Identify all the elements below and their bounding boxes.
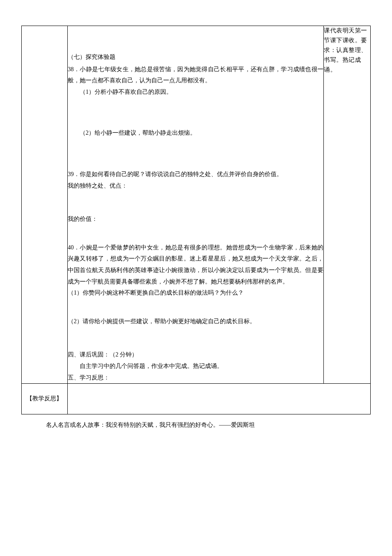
sidebar-note: 课代表明天第一节课下课收。要求：认真整理、书写。熟记成诵。 [324, 26, 370, 75]
q39-line2: 我的价值： [68, 214, 323, 225]
section7-heading: （七）探究体验题 [68, 52, 323, 63]
reflection-content-cell [67, 384, 370, 414]
reflection-label-cell: 【教学反思】 [22, 384, 68, 414]
q38-stem: 38．小静是七年级女生，她总是很苦恼，因为她觉得自己长相平平，还有点胖，学习成绩… [68, 64, 323, 87]
q40-sub2: （2）请你给小婉提供一些建议，帮助小婉更好地确定自己的成长目标。 [68, 316, 323, 327]
part5-heading: 五、学习反思： [68, 372, 323, 384]
answer-space [68, 299, 323, 316]
q39-stem: 39．你是如何看待自己的呢？请你说说自己的独特之处、优点并评价自身的价值。 [68, 169, 323, 180]
middle-content-cell: （七）探究体验题 38．小静是七年级女生，她总是很苦恼，因为她觉得自己长相平平，… [67, 26, 323, 384]
right-note-cell: 课代表明天第一节课下课收。要求：认真整理、书写。熟记成诵。 [324, 26, 371, 384]
content-row: （七）探究体验题 38．小静是七年级女生，她总是很苦恼，因为她觉得自己长相平平，… [22, 26, 371, 384]
answer-space [68, 139, 323, 169]
content-block: （七）探究体验题 38．小静是七年级女生，她总是很苦恼，因为她觉得自己长相平平，… [68, 52, 323, 383]
answer-space [68, 225, 323, 242]
lesson-table: （七）探究体验题 38．小静是七年级女生，她总是很苦恼，因为她觉得自己长相平平，… [21, 26, 371, 414]
part4-body: 自主学习中的几个问答题，作业本中完成。熟记成诵。 [68, 361, 323, 372]
footer-quote: 名人名言或名人故事：我没有特别的天赋，我只有强烈的好奇心。——爱因斯坦 [21, 420, 371, 431]
q39-line1: 我的独特之处、优点： [68, 180, 323, 192]
left-empty-cell [22, 26, 68, 384]
answer-space [68, 191, 323, 214]
reflection-label: 【教学反思】 [26, 395, 62, 402]
q40-sub1: （1）你赞同小婉这种不断更换自己的成长目标的做法吗？为什么？ [68, 287, 323, 299]
q38-sub1: （1）分析小静不喜欢自己的原因。 [68, 87, 323, 98]
part4-heading: 四、课后巩固：（2 分钟） [68, 349, 323, 361]
answer-space [68, 327, 323, 349]
answer-space [68, 98, 323, 127]
q40-stem: 40．小婉是一个爱做梦的初中女生，她总是有很多的理想。她曾想成为一个生物学家，后… [68, 242, 323, 287]
q38-sub2: （2）给小静一些建议，帮助小静走出烦恼。 [68, 127, 323, 139]
reflection-row: 【教学反思】 [22, 384, 371, 414]
